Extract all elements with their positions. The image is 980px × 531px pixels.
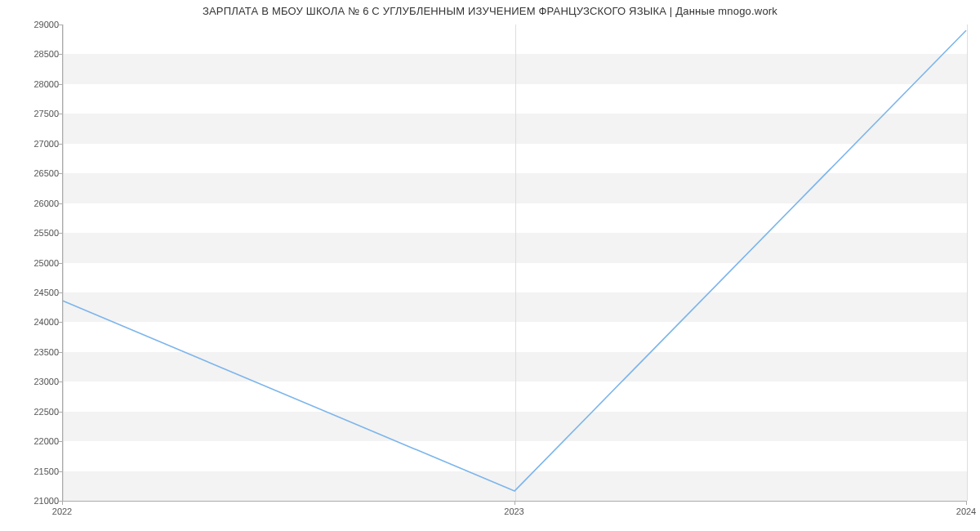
y-tick-label: 29000 xyxy=(31,20,59,29)
chart-title: ЗАРПЛАТА В МБОУ ШКОЛА № 6 С УГЛУБЛЕННЫМ … xyxy=(0,5,980,17)
x-tick-mark xyxy=(514,502,515,505)
y-tick-mark xyxy=(59,322,62,323)
y-tick-label: 22500 xyxy=(31,407,59,417)
x-tick-mark xyxy=(62,502,63,505)
y-tick-label: 23000 xyxy=(31,377,59,386)
y-tick-label: 25500 xyxy=(31,228,59,238)
y-tick-label: 22000 xyxy=(31,436,59,446)
y-tick-mark xyxy=(59,203,62,204)
line-series xyxy=(63,25,967,501)
y-tick-label: 28000 xyxy=(31,79,59,89)
y-tick-mark xyxy=(59,173,62,174)
y-tick-label: 25000 xyxy=(31,258,59,268)
y-tick-label: 27000 xyxy=(31,139,59,149)
y-tick-label: 26500 xyxy=(31,168,59,178)
y-tick-mark xyxy=(59,263,62,264)
x-tick-mark xyxy=(966,502,967,505)
y-tick-mark xyxy=(59,441,62,442)
y-tick-label: 21000 xyxy=(31,496,59,506)
y-tick-mark xyxy=(59,412,62,413)
x-tick-label: 2023 xyxy=(504,506,523,516)
y-tick-label: 21500 xyxy=(31,466,59,476)
line-path xyxy=(63,30,966,491)
y-tick-mark xyxy=(59,144,62,145)
y-tick-mark xyxy=(59,352,62,353)
y-tick-mark xyxy=(59,25,62,25)
y-tick-mark xyxy=(59,114,62,114)
plot-area xyxy=(62,25,967,502)
x-tick-label: 2024 xyxy=(956,506,976,516)
y-tick-mark xyxy=(59,471,62,472)
y-tick-mark xyxy=(59,84,62,85)
x-tick-label: 2022 xyxy=(52,506,72,516)
y-tick-mark xyxy=(59,382,62,382)
y-tick-mark xyxy=(59,292,62,293)
grid-vertical xyxy=(967,25,968,501)
y-tick-label: 26000 xyxy=(31,199,59,208)
y-tick-label: 24500 xyxy=(31,288,59,297)
y-tick-label: 24000 xyxy=(31,317,59,327)
y-tick-label: 27500 xyxy=(31,109,59,118)
y-tick-mark xyxy=(59,233,62,234)
y-tick-label: 23500 xyxy=(31,347,59,357)
y-tick-mark xyxy=(59,54,62,55)
chart-container: ЗАРПЛАТА В МБОУ ШКОЛА № 6 С УГЛУБЛЕННЫМ … xyxy=(0,0,980,531)
y-tick-label: 28500 xyxy=(31,49,59,59)
